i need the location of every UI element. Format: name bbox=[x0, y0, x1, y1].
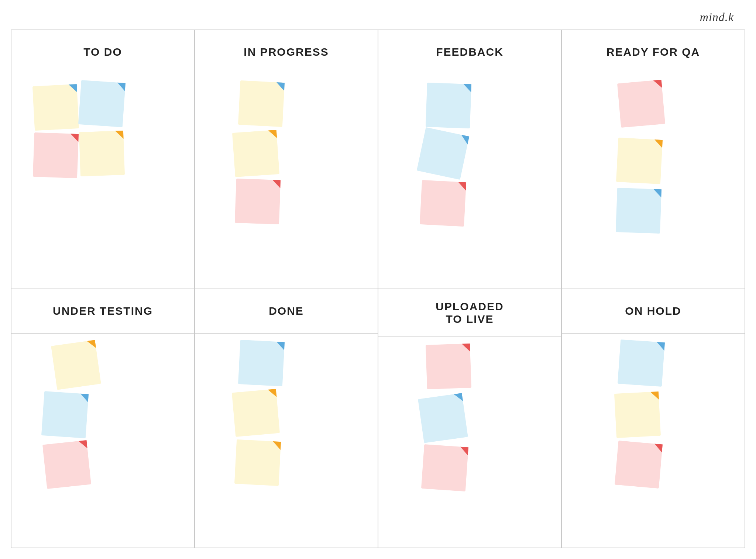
note-fold bbox=[276, 342, 285, 350]
sticky-note[interactable] bbox=[78, 80, 126, 127]
column-body-in-progress bbox=[195, 74, 378, 289]
column-title-done: DONE bbox=[269, 305, 304, 317]
column-body-done bbox=[195, 334, 378, 548]
column-body-uploaded-live bbox=[378, 337, 561, 548]
note-fold bbox=[276, 82, 285, 91]
note-fold bbox=[656, 342, 665, 350]
column-header-on-hold: ON HOLD bbox=[562, 289, 745, 334]
column-header-in-progress: IN PROGRESS bbox=[195, 30, 378, 74]
sticky-note[interactable] bbox=[32, 84, 79, 131]
sticky-note[interactable] bbox=[418, 393, 468, 443]
sticky-note[interactable] bbox=[617, 80, 665, 128]
note-fold bbox=[272, 180, 281, 188]
sticky-note[interactable] bbox=[616, 138, 663, 184]
column-title-on-hold: ON HOLD bbox=[625, 305, 681, 317]
board: TO DOIN PROGRESSFEEDBACKREADY FOR QAUNDE… bbox=[11, 30, 745, 548]
note-fold bbox=[272, 441, 281, 450]
column-body-on-hold bbox=[562, 334, 745, 548]
note-fold bbox=[87, 340, 96, 349]
note-fold bbox=[117, 83, 126, 91]
column-header-uploaded-live: UPLOADED TO LIVE bbox=[378, 289, 561, 337]
column-todo: TO DO bbox=[11, 30, 195, 289]
column-body-todo bbox=[11, 74, 194, 289]
note-fold bbox=[460, 135, 469, 144]
sticky-note[interactable] bbox=[616, 188, 662, 234]
column-done: DONE bbox=[195, 289, 378, 548]
sticky-note[interactable] bbox=[232, 389, 280, 436]
column-feedback: FEEDBACK bbox=[378, 30, 561, 289]
note-fold bbox=[268, 389, 277, 397]
note-fold bbox=[80, 393, 89, 402]
sticky-note[interactable] bbox=[234, 439, 281, 486]
sticky-note[interactable] bbox=[235, 179, 281, 224]
column-body-under-testing bbox=[11, 334, 194, 548]
column-header-under-testing: UNDER TESTING bbox=[11, 289, 194, 334]
sticky-note[interactable] bbox=[51, 340, 101, 390]
column-header-done: DONE bbox=[195, 289, 378, 334]
sticky-note[interactable] bbox=[232, 130, 279, 177]
sticky-note[interactable] bbox=[238, 80, 285, 127]
column-header-feedback: FEEDBACK bbox=[378, 30, 561, 74]
column-header-ready-qa: READY FOR QA bbox=[562, 30, 745, 74]
note-fold bbox=[653, 80, 662, 89]
sticky-note[interactable] bbox=[79, 131, 125, 176]
column-title-feedback: FEEDBACK bbox=[436, 46, 504, 58]
column-on-hold: ON HOLD bbox=[561, 289, 745, 548]
sticky-note[interactable] bbox=[42, 440, 91, 489]
note-fold bbox=[458, 182, 466, 190]
sticky-note[interactable] bbox=[420, 180, 466, 227]
note-fold bbox=[115, 131, 124, 139]
sticky-note[interactable] bbox=[417, 127, 469, 180]
note-fold bbox=[653, 189, 662, 197]
logo: mind.k bbox=[700, 10, 734, 24]
sticky-note[interactable] bbox=[426, 83, 471, 128]
sticky-note[interactable] bbox=[618, 339, 665, 386]
sticky-note[interactable] bbox=[421, 444, 468, 491]
column-title-uploaded-live: UPLOADED TO LIVE bbox=[436, 300, 504, 325]
note-fold bbox=[463, 84, 471, 92]
note-fold bbox=[650, 391, 659, 400]
column-header-todo: TO DO bbox=[11, 30, 194, 74]
sticky-note[interactable] bbox=[33, 132, 79, 178]
note-fold bbox=[454, 393, 463, 402]
column-uploaded-live: UPLOADED TO LIVE bbox=[378, 289, 561, 548]
sticky-note[interactable] bbox=[41, 391, 89, 438]
note-fold bbox=[460, 446, 468, 455]
column-body-ready-qa bbox=[562, 74, 745, 289]
note-fold bbox=[654, 139, 663, 148]
sticky-note[interactable] bbox=[238, 339, 285, 386]
note-fold bbox=[79, 440, 87, 449]
note-fold bbox=[268, 130, 277, 138]
column-title-todo: TO DO bbox=[83, 46, 122, 58]
note-fold bbox=[69, 84, 77, 93]
sticky-note[interactable] bbox=[615, 440, 663, 488]
column-body-feedback bbox=[378, 74, 561, 289]
column-ready-qa: READY FOR QA bbox=[561, 30, 745, 289]
column-in-progress: IN PROGRESS bbox=[195, 30, 378, 289]
column-title-under-testing: UNDER TESTING bbox=[53, 305, 153, 317]
sticky-note[interactable] bbox=[614, 391, 661, 438]
note-fold bbox=[654, 444, 663, 452]
column-under-testing: UNDER TESTING bbox=[11, 289, 195, 548]
note-fold bbox=[70, 134, 79, 142]
sticky-note[interactable] bbox=[426, 343, 471, 389]
column-title-in-progress: IN PROGRESS bbox=[244, 46, 329, 58]
note-fold bbox=[462, 343, 470, 352]
column-title-ready-qa: READY FOR QA bbox=[606, 46, 700, 58]
